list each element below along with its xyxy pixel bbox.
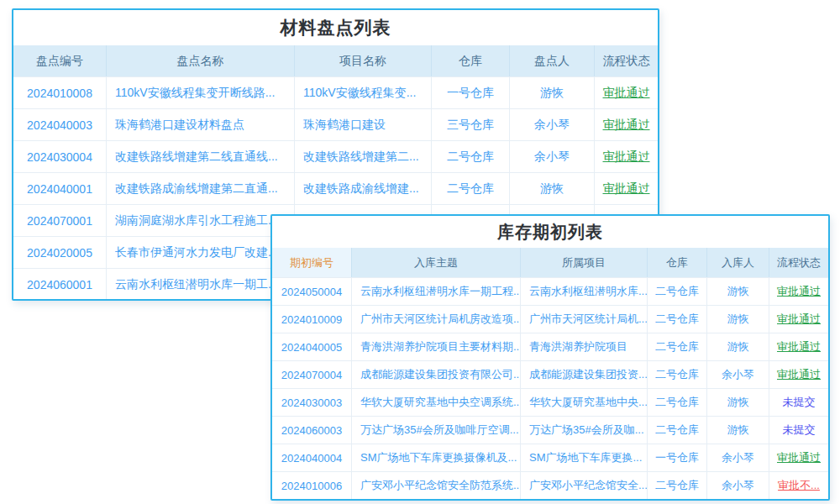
table-header: 期初编号 入库主题 所属项目 仓库 入库人 流程状态	[272, 248, 828, 277]
cell-project: 珠海鹤港口建设	[295, 109, 432, 140]
cell-project: 云南水利枢纽潜明水库...	[521, 278, 648, 305]
cell-warehouse: 二号仓库	[648, 472, 707, 499]
status-link[interactable]: 未提交	[769, 389, 828, 416]
panel-title-stock-opening: 库存期初列表	[272, 216, 828, 248]
column-header-warehouse: 仓库	[648, 248, 707, 277]
cell-project: 改建铁路成渝线增建...	[295, 173, 432, 204]
cell-project: 成都能源建设集团投资...	[521, 361, 648, 388]
table-row[interactable]: 2024040003珠海鹤港口建设材料盘点珠海鹤港口建设三号仓库余小琴审批通过	[13, 108, 658, 140]
cell-name: 湖南洞庭湖水库引水工程施工...	[107, 205, 295, 236]
cell-name: SM广场地下车库更换摄像机及...	[352, 444, 521, 471]
cell-id: 2024040003	[13, 109, 107, 140]
cell-id: 2024050004	[272, 278, 352, 305]
cell-id: 2024020005	[13, 237, 107, 268]
stock-opening-panel: 库存期初列表 期初编号 入库主题 所属项目 仓库 入库人 流程状态 202405…	[270, 214, 830, 501]
table-row[interactable]: 2024040004SM广场地下车库更换摄像机及...SM广场地下车库更换...…	[272, 444, 828, 471]
cell-warehouse: 三号仓库	[432, 109, 510, 140]
cell-person: 游恢	[707, 333, 769, 360]
table-header: 盘点编号 盘点名称 项目名称 仓库 盘点人 流程状态	[13, 45, 658, 76]
cell-name: 110kV安徽线程集变开断线路...	[107, 77, 295, 108]
status-link[interactable]: 审批不...	[769, 472, 828, 499]
column-header-counter-person: 盘点人	[510, 45, 595, 76]
cell-project: 改建铁路线增建第二...	[295, 141, 432, 172]
cell-warehouse: 二号仓库	[648, 278, 707, 305]
cell-warehouse: 二号仓库	[432, 141, 510, 172]
table-row[interactable]: 2024070004成都能源建设集团投资有限公司...成都能源建设集团投资...…	[272, 360, 828, 388]
cell-person: 余小琴	[510, 109, 595, 140]
table-row[interactable]: 2024030003华软大厦研究基地中央空调系统...华软大厦研究基地中央...…	[272, 388, 828, 416]
cell-person: 余小琴	[707, 361, 769, 388]
table-row[interactable]: 2024060003万达广场35#会所及咖啡厅空调...万达广场35#会所及咖.…	[272, 416, 828, 444]
table-row[interactable]: 2024050004云南水利枢纽潜明水库一期工程...云南水利枢纽潜明水库...…	[272, 277, 828, 305]
column-header-opening-id[interactable]: 期初编号	[272, 248, 352, 277]
cell-warehouse: 一号仓库	[648, 444, 707, 471]
status-link[interactable]: 审批通过	[769, 444, 828, 471]
cell-warehouse: 二号仓库	[648, 417, 707, 444]
cell-id: 2024070004	[272, 361, 352, 388]
cell-person: 余小琴	[707, 472, 769, 499]
cell-name: 云南水利枢纽潜明水库一期工...	[107, 269, 295, 300]
page-background: 材料盘点列表 盘点编号 盘点名称 项目名称 仓库 盘点人 流程状态 202401…	[0, 0, 840, 504]
table-row[interactable]: 2024010008110kV安徽线程集变开断线路...110kV安徽线程集变.…	[13, 76, 658, 108]
status-link[interactable]: 审批通过	[769, 306, 828, 333]
column-header-owning-project: 所属项目	[521, 248, 648, 277]
cell-id: 2024030004	[13, 141, 107, 172]
cell-id: 2024030003	[272, 389, 352, 416]
cell-name: 青海洪湖养护院项目主要材料期...	[352, 333, 521, 360]
cell-name: 云南水利枢纽潜明水库一期工程...	[352, 278, 521, 305]
cell-id: 2024040005	[272, 333, 352, 360]
cell-project: 华软大厦研究基地中央...	[521, 389, 648, 416]
cell-project: SM广场地下车库更换...	[521, 444, 648, 471]
cell-name: 长春市伊通河水力发电厂改建...	[107, 237, 295, 268]
cell-name: 广州市天河区统计局机房改造项...	[352, 306, 521, 333]
status-link[interactable]: 审批通过	[595, 109, 658, 140]
cell-person: 游恢	[707, 389, 769, 416]
table-row[interactable]: 2024010009广州市天河区统计局机房改造项...广州市天河区统计局机...…	[272, 305, 828, 333]
cell-person: 游恢	[707, 417, 769, 444]
cell-person: 余小琴	[510, 141, 595, 172]
cell-id: 2024060001	[13, 269, 107, 300]
cell-id: 2024070001	[13, 205, 107, 236]
cell-project: 青海洪湖养护院项目	[521, 333, 648, 360]
status-link[interactable]: 审批通过	[769, 361, 828, 388]
status-link[interactable]: 审批通过	[595, 77, 658, 108]
cell-id: 2024010006	[272, 472, 352, 499]
table-row[interactable]: 2024010006广安邓小平纪念馆安全防范系统...广安邓小平纪念馆安全...…	[272, 471, 828, 499]
table-row[interactable]: 2024040001改建铁路成渝线增建第二直通...改建铁路成渝线增建...二号…	[13, 172, 658, 204]
cell-warehouse: 二号仓库	[648, 306, 707, 333]
column-header-flow-status: 流程状态	[769, 248, 828, 277]
cell-id: 2024010009	[272, 306, 352, 333]
cell-warehouse: 二号仓库	[432, 173, 510, 204]
cell-warehouse: 一号仓库	[432, 77, 510, 108]
cell-warehouse: 二号仓库	[648, 389, 707, 416]
status-link[interactable]: 审批通过	[769, 278, 828, 305]
cell-person: 游恢	[510, 77, 595, 108]
cell-project: 广安邓小平纪念馆安全...	[521, 472, 648, 499]
cell-id: 2024010008	[13, 77, 107, 108]
status-link[interactable]: 未提交	[769, 417, 828, 444]
cell-id: 2024060003	[272, 417, 352, 444]
column-header-inbound-subject: 入库主题	[352, 248, 521, 277]
column-header-warehouse: 仓库	[432, 45, 510, 76]
cell-person: 游恢	[707, 278, 769, 305]
column-header-flow-status: 流程状态	[595, 45, 658, 76]
status-link[interactable]: 审批通过	[769, 333, 828, 360]
cell-project: 广州市天河区统计局机...	[521, 306, 648, 333]
table-row[interactable]: 2024030004改建铁路线增建第二线直通线...改建铁路线增建第二...二号…	[13, 140, 658, 172]
status-link[interactable]: 审批通过	[595, 141, 658, 172]
table-row[interactable]: 2024040005青海洪湖养护院项目主要材料期...青海洪湖养护院项目二号仓库…	[272, 333, 828, 360]
status-link[interactable]: 审批通过	[595, 173, 658, 204]
cell-name: 华软大厦研究基地中央空调系统...	[352, 389, 521, 416]
panel-title-material-inventory: 材料盘点列表	[13, 10, 658, 45]
column-header-inbound-person: 入库人	[707, 248, 769, 277]
cell-id: 2024040004	[272, 444, 352, 471]
cell-warehouse: 二号仓库	[648, 333, 707, 360]
cell-warehouse: 二号仓库	[648, 361, 707, 388]
column-header-inventory-id: 盘点编号	[13, 45, 107, 76]
cell-name: 珠海鹤港口建设材料盘点	[107, 109, 295, 140]
table-body: 2024050004云南水利枢纽潜明水库一期工程...云南水利枢纽潜明水库...…	[272, 277, 828, 499]
column-header-inventory-name: 盘点名称	[107, 45, 295, 76]
column-header-project-name: 项目名称	[295, 45, 432, 76]
cell-name: 万达广场35#会所及咖啡厅空调...	[352, 417, 521, 444]
cell-person: 游恢	[707, 306, 769, 333]
